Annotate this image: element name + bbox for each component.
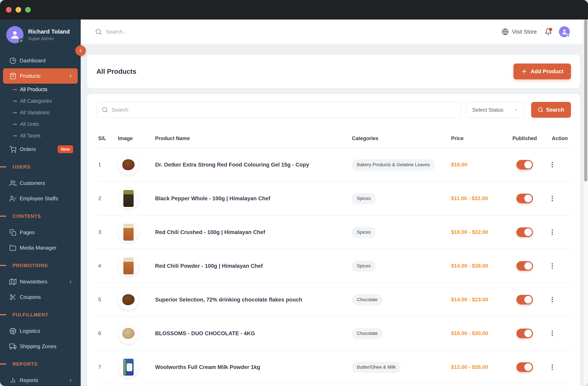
sidebar-item-newsletters[interactable]: Newsletters: [3, 274, 78, 289]
published-toggle[interactable]: [516, 295, 533, 304]
plus-icon: [521, 68, 527, 75]
map-icon: [9, 278, 16, 285]
sidebar-collapse-button[interactable]: [75, 45, 86, 56]
sidebar-item-customers[interactable]: Customers: [3, 175, 78, 191]
category-chip: Spices: [352, 193, 376, 204]
sidebar-item-pages[interactable]: Pages: [3, 225, 78, 240]
page-header-card: All Products Add Product: [87, 55, 580, 88]
sidebar-subitem-all-categories[interactable]: All Categories: [0, 95, 81, 107]
product-name: BLOSSOMS - DUO CHOCOLATE - 4KG: [155, 330, 352, 337]
maximize-window-button[interactable]: [25, 7, 31, 13]
window-titlebar: [0, 0, 588, 20]
sidebar-item-coupons[interactable]: Coupons: [3, 289, 78, 305]
product-name: Red Chili Powder - 100g | Himalayan Chef: [155, 263, 352, 269]
sidebar-subitem-all-variations[interactable]: All Variations: [0, 107, 81, 118]
dash-icon: [13, 101, 17, 102]
product-name: Superior Selection, 72% drinking chocola…: [155, 297, 352, 303]
published-toggle[interactable]: [516, 329, 533, 338]
sidebar-item-shipping-zones[interactable]: Shipping Zones: [3, 339, 78, 354]
product-image: [118, 188, 139, 209]
sidebar-item-label: Newsletters: [20, 279, 47, 285]
kebab-menu-icon: [549, 330, 556, 337]
notifications-button[interactable]: [545, 28, 552, 35]
category-chip: Spices: [352, 261, 376, 271]
row-serial: 7: [96, 364, 118, 370]
product-name: Red Chili Crushed - 100g | Himalayan Che…: [155, 229, 352, 235]
chevron-left-icon: [78, 48, 83, 53]
col-header-image: Image: [118, 135, 155, 141]
row-actions-button[interactable]: [549, 296, 556, 303]
sidebar-subitem-label: All Units: [20, 121, 39, 127]
published-toggle[interactable]: [516, 227, 533, 237]
published-toggle[interactable]: [516, 261, 533, 271]
profile-avatar-button[interactable]: [559, 26, 570, 37]
scrollbar-thumb[interactable]: [584, 20, 587, 182]
visit-store-button[interactable]: Visit Store: [502, 28, 537, 35]
table-row: 5 Superior Selection, 72% drinking choco…: [96, 282, 571, 316]
close-window-button[interactable]: [6, 7, 12, 13]
notification-dot: [549, 28, 552, 31]
table-search-input[interactable]: [112, 107, 456, 113]
published-toggle[interactable]: [516, 160, 533, 170]
search-icon: [538, 107, 543, 113]
row-actions-button[interactable]: [549, 262, 556, 270]
row-actions-button[interactable]: [549, 195, 556, 202]
shopping-bag-icon: [9, 73, 16, 80]
sidebar-subitem-all-products[interactable]: All Products: [0, 84, 81, 95]
person-icon: [9, 29, 20, 40]
sidebar-item-reports[interactable]: Reports: [3, 373, 78, 386]
scissors-icon: [9, 294, 16, 301]
cpu-icon: [9, 328, 16, 335]
sidebar-item-logistics[interactable]: Logistics: [3, 323, 78, 339]
chevron-right-icon: [68, 279, 73, 284]
col-header-action: Action: [549, 135, 571, 141]
kebab-menu-icon: [549, 195, 556, 202]
truck-icon: [9, 343, 16, 350]
topbar: Visit Store: [81, 20, 588, 44]
row-actions-button[interactable]: [549, 161, 556, 168]
sidebar-item-media-manager[interactable]: Media Manager: [3, 240, 78, 256]
status-select[interactable]: Select Status: [466, 102, 525, 118]
sidebar-subitem-label: All Variations: [20, 110, 50, 116]
kebab-menu-icon: [549, 364, 556, 371]
sidebar-item-dashboard[interactable]: Dashboard: [3, 53, 78, 68]
visit-store-label: Visit Store: [512, 29, 537, 35]
product-name: Black Pepper Whole - 100g | Himalayan Ch…: [155, 195, 352, 202]
sidebar-item-employee-staffs[interactable]: Employee Staffs: [3, 191, 78, 206]
published-toggle[interactable]: [516, 194, 533, 203]
product-name: Woolworths Full Cream Milk Powder 1kg: [155, 364, 352, 370]
sidebar-subitem-all-units[interactable]: All Units: [0, 118, 81, 130]
row-actions-button[interactable]: [549, 229, 556, 236]
row-actions-button[interactable]: [549, 364, 556, 371]
add-product-button[interactable]: Add Product: [513, 64, 571, 79]
product-price: $14.00 - $38.00: [451, 263, 501, 269]
global-search-input[interactable]: [106, 29, 222, 35]
product-price: $16.00: [451, 162, 501, 168]
vertical-scrollbar: [583, 20, 588, 386]
page-title: All Products: [96, 68, 136, 75]
dash-icon: [13, 112, 17, 113]
row-actions-button[interactable]: [549, 330, 556, 337]
col-header-sl: S/L: [96, 135, 118, 141]
sidebar-user-block[interactable]: Richard Toland Super Admin: [0, 20, 81, 43]
sidebar-subitem-label: All Taxes: [20, 133, 41, 139]
sidebar-subitem-all-taxes[interactable]: All Taxes: [0, 130, 81, 142]
search-icon: [102, 107, 108, 113]
published-toggle[interactable]: [516, 362, 533, 372]
kebab-menu-icon: [549, 296, 556, 303]
table-search-button[interactable]: Search: [531, 102, 571, 118]
sidebar-item-products[interactable]: Products: [3, 68, 78, 84]
minimize-window-button[interactable]: [16, 7, 21, 13]
table-row: 4 Red Chili Powder - 100g | Himalayan Ch…: [96, 249, 571, 282]
row-serial: 6: [96, 330, 118, 336]
sidebar-section-users: USERS: [0, 158, 81, 175]
sidebar-item-label: Customers: [20, 180, 45, 186]
person-icon: [561, 28, 568, 35]
row-serial: 4: [96, 263, 118, 269]
sidebar-section-reports: REPORTS: [0, 355, 81, 373]
row-serial: 5: [96, 297, 118, 303]
chevron-right-icon: [68, 378, 73, 383]
sidebar-item-orders[interactable]: Orders New: [3, 142, 78, 157]
sidebar-subitem-label: All Categories: [20, 98, 52, 104]
category-chip: Bakery Products & Gelatine Leaves: [352, 159, 435, 170]
